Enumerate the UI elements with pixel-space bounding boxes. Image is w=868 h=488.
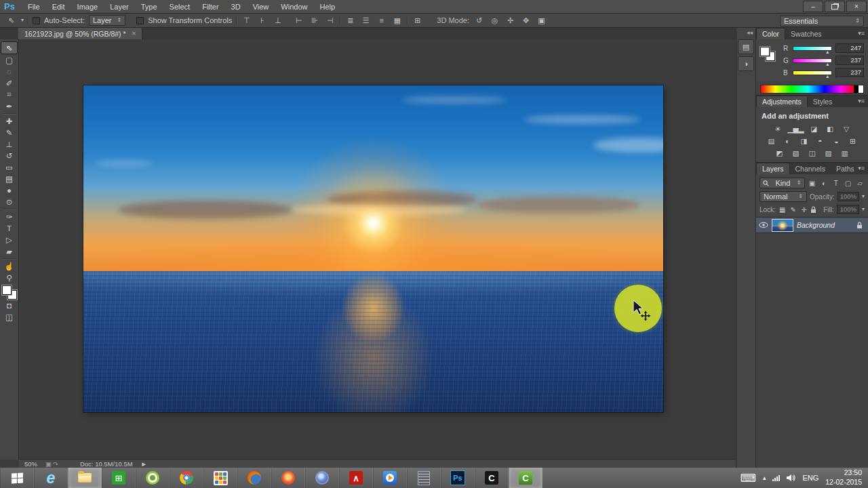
clone-stamp-tool[interactable]: ⊥ xyxy=(1,138,17,150)
green-value[interactable]: 237 xyxy=(835,56,864,65)
auto-select-checkbox[interactable] xyxy=(33,17,40,24)
path-selection-tool[interactable]: ▷ xyxy=(1,234,17,245)
3d-drag-icon[interactable]: ✢ xyxy=(505,16,516,25)
taskbar-photoshop[interactable]: Ps xyxy=(441,468,475,488)
brightness-contrast-icon[interactable]: ☀ xyxy=(771,124,784,134)
tab-styles[interactable]: Styles xyxy=(808,96,838,107)
align-left-edges-icon[interactable]: ⊢ xyxy=(293,16,304,25)
taskbar-camtasia-recorder[interactable]: C xyxy=(509,468,542,488)
menu-3d[interactable]: 3D xyxy=(225,0,247,13)
close-button[interactable]: × xyxy=(846,1,867,12)
red-slider[interactable]: ▲ xyxy=(793,46,832,51)
3d-roll-icon[interactable]: ◎ xyxy=(489,16,500,25)
eraser-tool[interactable]: ▭ xyxy=(1,161,17,173)
taskbar-chrome[interactable] xyxy=(170,468,203,488)
taskbar-app-grid[interactable] xyxy=(203,468,237,488)
dodge-tool[interactable]: ⊙ xyxy=(1,196,17,207)
filter-pixel-layers-icon[interactable]: ▣ xyxy=(808,180,817,187)
taskbar-file-explorer[interactable] xyxy=(68,468,102,488)
properties-panel-button[interactable]: ◑ xyxy=(738,56,754,71)
taskbar-blue-app[interactable] xyxy=(305,468,339,488)
foreground-color-swatch[interactable] xyxy=(2,285,12,295)
history-panel-button[interactable]: ▤ xyxy=(738,39,754,54)
language-indicator[interactable]: ENG xyxy=(802,474,818,482)
layer-visibility-eye-icon[interactable] xyxy=(759,222,768,228)
opacity-value[interactable]: 100% xyxy=(837,192,859,201)
align-vertical-centers-icon[interactable]: ⊦ xyxy=(256,16,268,25)
type-tool[interactable]: T xyxy=(1,222,17,234)
start-button[interactable] xyxy=(0,468,34,488)
menu-help[interactable]: Help xyxy=(313,0,341,13)
distribute-bottom-edges-icon[interactable]: ≡ xyxy=(376,16,387,24)
auto-select-dropdown[interactable]: Layer ⇕ xyxy=(89,15,125,26)
layer-thumbnail[interactable] xyxy=(772,219,793,232)
lock-position-icon[interactable]: ✛ xyxy=(800,206,808,214)
tab-channels[interactable]: Channels xyxy=(790,163,831,174)
align-horizontal-centers-icon[interactable]: ⊪ xyxy=(309,16,320,25)
black-white-icon[interactable]: ◨ xyxy=(797,136,810,146)
panel-menu-icon[interactable]: ▾≡ xyxy=(858,30,865,37)
menu-window[interactable]: Window xyxy=(275,0,313,13)
3d-scale-icon[interactable]: ▣ xyxy=(536,16,547,25)
status-expand-icon[interactable]: ► xyxy=(141,460,147,468)
lock-image-pixels-icon[interactable]: ✎ xyxy=(789,206,797,214)
history-brush-tool[interactable]: ↺ xyxy=(1,150,17,161)
taskbar-green-app[interactable] xyxy=(136,468,170,488)
white-swatch[interactable] xyxy=(859,85,863,93)
rectangle-tool[interactable]: ▰ xyxy=(1,245,17,257)
lasso-tool[interactable]: ◌ xyxy=(1,66,17,77)
blend-mode-dropdown[interactable]: Normal ⇕ xyxy=(760,191,807,202)
color-spectrum-ramp[interactable] xyxy=(760,85,864,94)
foreground-color-swatch[interactable] xyxy=(760,47,770,56)
show-hidden-icons[interactable]: ▴ xyxy=(763,474,766,481)
taskbar-internet-explorer[interactable]: e xyxy=(34,468,68,488)
blue-slider[interactable]: ▲ xyxy=(793,70,832,75)
chevron-down-icon[interactable]: ▾ xyxy=(862,194,865,199)
filter-smart-objects-icon[interactable]: ▱ xyxy=(855,180,865,187)
tab-adjustments[interactable]: Adjustments xyxy=(756,96,808,107)
align-top-edges-icon[interactable]: ⊤ xyxy=(241,16,252,25)
exposure-icon[interactable]: ◧ xyxy=(824,124,837,134)
layer-filter-dropdown[interactable]: Kind ⇕ xyxy=(760,178,805,188)
taskbar-firefox[interactable] xyxy=(237,468,271,488)
invert-icon[interactable]: ◩ xyxy=(773,148,786,158)
filter-type-layers-icon[interactable]: T xyxy=(831,180,841,187)
menu-file[interactable]: File xyxy=(22,0,46,13)
restore-button[interactable] xyxy=(825,1,845,12)
align-bottom-edges-icon[interactable]: ⊥ xyxy=(272,16,283,25)
hue-saturation-icon[interactable]: ▤ xyxy=(765,136,778,146)
green-slider-thumb[interactable]: ▲ xyxy=(825,62,830,66)
menu-image[interactable]: Image xyxy=(71,0,104,13)
tool-preset-dropdown-icon[interactable]: ▾ xyxy=(21,18,24,23)
pen-tool[interactable]: ✑ xyxy=(1,211,17,222)
move-tool[interactable]: ⇖ xyxy=(1,41,18,54)
panel-menu-icon[interactable]: ▾≡ xyxy=(858,165,865,171)
menu-select[interactable]: Select xyxy=(163,0,197,13)
red-slider-thumb[interactable]: ▲ xyxy=(825,49,830,54)
zoom-tool[interactable]: ⚲ xyxy=(1,272,17,283)
eyedropper-tool[interactable]: ✒ xyxy=(1,100,17,112)
menu-edit[interactable]: Edit xyxy=(46,0,71,13)
blue-value[interactable]: 237 xyxy=(835,68,864,77)
menu-filter[interactable]: Filter xyxy=(196,0,224,13)
lock-transparent-pixels-icon[interactable]: ▦ xyxy=(778,206,787,214)
canvas-pasteboard[interactable] xyxy=(19,39,737,460)
3d-orbit-icon[interactable]: ↺ xyxy=(473,16,485,25)
tab-swatches[interactable]: Swatches xyxy=(785,28,827,39)
distribute-top-edges-icon[interactable]: ≣ xyxy=(344,16,356,25)
filter-shape-layers-icon[interactable]: ▢ xyxy=(844,180,853,187)
distribute-vertical-centers-icon[interactable]: ☰ xyxy=(360,16,372,25)
tab-color[interactable]: Color xyxy=(756,28,785,39)
vibrance-icon[interactable]: ▽ xyxy=(840,124,853,134)
expand-dock-icon[interactable]: ◂◂ xyxy=(736,28,755,37)
taskbar-notepad[interactable] xyxy=(407,468,441,488)
document-tab[interactable]: 1621923.jpg @ 50% (RGB/8#) * × xyxy=(18,28,142,39)
clock[interactable]: 23:50 12-02-2015 xyxy=(825,468,862,487)
red-value[interactable]: 247 xyxy=(835,43,864,53)
chevron-down-icon[interactable]: ▾ xyxy=(862,207,865,212)
menu-layer[interactable]: Layer xyxy=(104,0,135,13)
channel-mixer-icon[interactable]: ◒ xyxy=(830,136,843,146)
tab-layers[interactable]: Layers xyxy=(756,163,790,174)
posterize-icon[interactable]: ▧ xyxy=(789,148,802,158)
taskbar-torch[interactable] xyxy=(271,468,305,488)
